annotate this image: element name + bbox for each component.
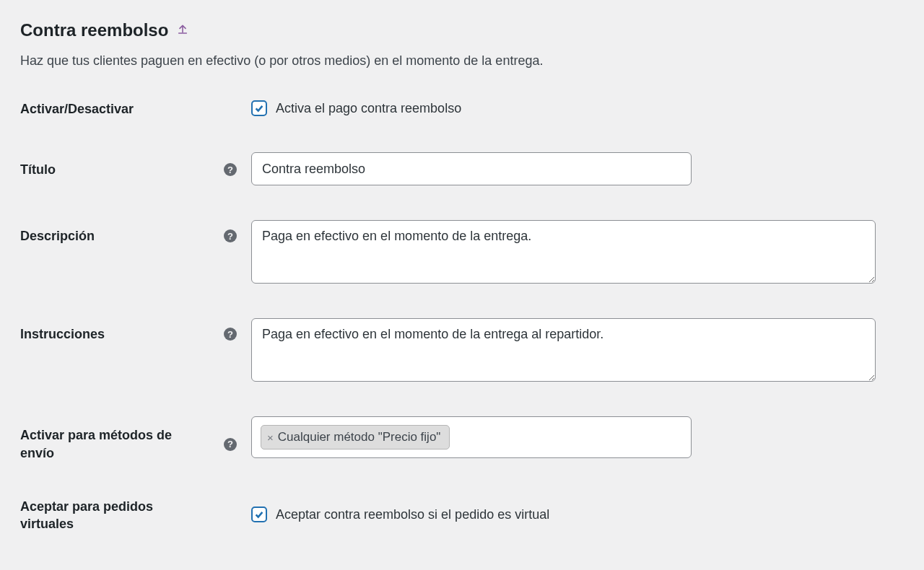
help-icon[interactable]: ? bbox=[224, 328, 237, 341]
help-icon[interactable]: ? bbox=[224, 229, 237, 242]
page-title-text: Contra reembolso bbox=[20, 20, 168, 40]
row-instructions: Instrucciones ? bbox=[20, 318, 904, 382]
enable-checkbox-label: Activa el pago contra reembolso bbox=[276, 101, 461, 116]
shipping-methods-select[interactable]: × Cualquier método "Precio fijo" bbox=[251, 416, 692, 458]
row-enable: Activar/Desactivar Activa el pago contra… bbox=[20, 99, 904, 118]
enable-checkbox[interactable] bbox=[251, 100, 267, 116]
virtual-checkbox[interactable] bbox=[251, 507, 267, 522]
row-virtual: Aceptar para pedidos virtuales Aceptar c… bbox=[20, 496, 904, 533]
instructions-textarea[interactable] bbox=[251, 318, 876, 382]
instructions-label: Instrucciones bbox=[20, 325, 208, 343]
description-textarea[interactable] bbox=[251, 220, 876, 284]
check-icon bbox=[254, 103, 264, 113]
shipping-method-tag: × Cualquier método "Precio fijo" bbox=[261, 425, 450, 450]
virtual-checkbox-label: Aceptar contra reembolso si el pedido es… bbox=[276, 507, 549, 522]
help-icon[interactable]: ? bbox=[224, 438, 237, 451]
page-title: Contra reembolso bbox=[20, 20, 904, 40]
back-link[interactable] bbox=[177, 23, 188, 38]
intro-text: Haz que tus clientes paguen en efectivo … bbox=[20, 53, 904, 69]
description-label: Descripción bbox=[20, 227, 208, 245]
row-description: Descripción ? bbox=[20, 220, 904, 284]
virtual-label: Aceptar para pedidos virtuales bbox=[20, 498, 208, 533]
row-shipping-methods: Activar para métodos de envío ? × Cualqu… bbox=[20, 416, 904, 462]
help-icon[interactable]: ? bbox=[224, 163, 237, 176]
title-input[interactable] bbox=[251, 152, 692, 185]
row-title: Título ? bbox=[20, 152, 904, 185]
tag-remove-icon[interactable]: × bbox=[267, 432, 274, 443]
shipping-method-tag-label: Cualquier método "Precio fijo" bbox=[278, 430, 441, 444]
shipping-methods-label: Activar para métodos de envío bbox=[20, 426, 208, 462]
check-icon bbox=[254, 509, 264, 519]
title-label: Título bbox=[20, 161, 208, 178]
enable-label: Activar/Desactivar bbox=[20, 100, 208, 118]
return-icon bbox=[177, 23, 188, 38]
